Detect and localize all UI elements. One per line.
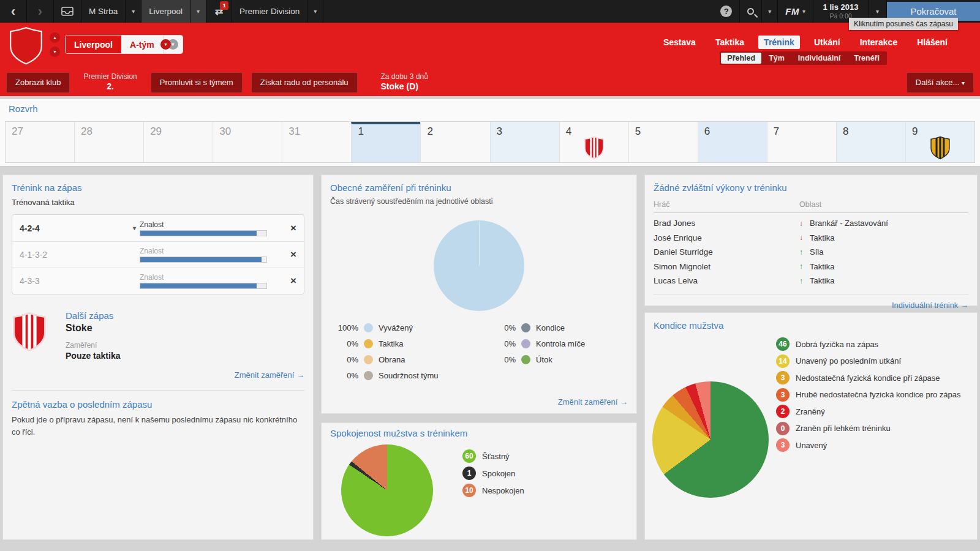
legend-item: 2Zraněný — [776, 405, 961, 418]
subtab-tym[interactable]: Tým — [763, 53, 791, 64]
change-focus-link[interactable]: Změnit zaměření → — [558, 397, 628, 407]
subtab-prehled[interactable]: Přehled — [721, 53, 761, 64]
remove-tactic-button[interactable]: × — [290, 249, 296, 261]
tactic-knowledge: Znalost — [140, 247, 267, 263]
focus-label: Zaměření — [66, 341, 120, 350]
tab-trenink[interactable]: Trénink — [758, 36, 800, 49]
tactic-name-cell[interactable]: 4-3-3 — [20, 276, 140, 286]
more-actions-button[interactable]: Další akce... ▾ — [907, 72, 974, 93]
tactic-select[interactable]: 4-2-4▾ — [20, 223, 140, 233]
club-menu-caret[interactable]: ▾ — [190, 0, 206, 23]
knowledge-label: Znalost — [140, 220, 267, 229]
tab-label: Interakce — [860, 37, 897, 47]
division-name: Premier Division — [83, 72, 137, 81]
calendar-day[interactable]: 31 — [282, 122, 351, 162]
club-label: Liverpool — [74, 40, 113, 50]
squad-up-button[interactable]: ▴ — [50, 32, 60, 43]
day-number: 3 — [497, 126, 502, 137]
performance-rows: Brad Jones↓Brankář - Zastavování José En… — [654, 216, 968, 288]
chevron-down-icon: ▾ — [314, 8, 317, 15]
news-transfers-button[interactable]: ⇄ 1 — [206, 0, 232, 23]
column-player: Hráč — [654, 200, 799, 209]
tab-interakce[interactable]: Interakce — [854, 36, 903, 49]
table-row[interactable]: Daniel Sturridge↑Síla — [654, 245, 968, 260]
tactic-row: 4-3-3 Znalost × — [12, 268, 304, 294]
legend-item: 3Nedostatečná fyzická kondice při zápase — [776, 371, 961, 384]
general-training-focus-panel: Obecné zaměření při tréninku Čas stráven… — [321, 174, 637, 414]
legend-color-dot — [521, 323, 530, 332]
table-row[interactable]: Lucas Leiva↑Taktika — [654, 274, 968, 288]
player-name: Lucas Leiva — [654, 276, 799, 285]
chevron-down-icon: ▾ — [132, 8, 135, 15]
squad-switcher-club[interactable]: Liverpool — [66, 36, 121, 53]
remove-tactic-button[interactable]: × — [290, 222, 296, 234]
table-row[interactable]: José Enrique↓Taktika — [654, 231, 968, 246]
caret-down-icon: ▾ — [53, 49, 56, 54]
more-actions-label: Další akce... — [916, 78, 960, 87]
calendar-day-away-match[interactable]: 9 — [905, 122, 974, 162]
chevron-down-icon: ▾ — [164, 42, 167, 47]
tab-taktika[interactable]: Taktika — [710, 36, 750, 49]
club-menu[interactable]: Liverpool — [141, 0, 190, 23]
chevron-down-icon: ▾ — [962, 80, 965, 86]
fm-logo: FM — [785, 6, 799, 17]
legend-color-dot — [364, 323, 373, 332]
competition-menu[interactable]: Premier Division — [232, 0, 307, 23]
player-name: Brad Jones — [654, 219, 799, 228]
search-button[interactable] — [740, 0, 762, 23]
forward-icon: › — [38, 4, 42, 20]
squad-down-button[interactable]: ▾ — [50, 47, 60, 57]
header-more-button[interactable]: ▾ — [160, 39, 171, 50]
calendar-day-stoke-match[interactable]: 4 — [559, 122, 628, 162]
change-focus-link[interactable]: Změnit zaměření → — [235, 370, 304, 380]
training-area: Síla — [810, 247, 823, 257]
tab-utkani[interactable]: Utkání — [809, 36, 846, 49]
calendar-day[interactable]: 2 — [420, 122, 489, 162]
manager-menu-caret[interactable]: ▾ — [126, 0, 141, 23]
view-club-button[interactable]: Zobrazit klub — [6, 72, 70, 93]
calendar-day[interactable]: 5 — [628, 122, 698, 162]
subtab-individualni[interactable]: Individuální — [792, 53, 846, 64]
tab-sestava[interactable]: Sestava — [658, 36, 701, 49]
remove-tactic-button[interactable]: × — [290, 275, 296, 287]
squad-switcher-team[interactable]: A-tým — [121, 36, 163, 53]
opponent-match-badge — [930, 135, 951, 160]
chevron-down-icon: ▾ — [197, 8, 200, 15]
inbox-button[interactable] — [54, 0, 81, 23]
table-row[interactable]: Simon Mignolet↑Taktika — [654, 260, 968, 274]
calendar-day[interactable]: 3 — [490, 122, 559, 162]
calendar-day[interactable]: 29 — [143, 122, 213, 162]
competition-menu-caret[interactable]: ▾ — [307, 0, 323, 23]
search-caret[interactable]: ▾ — [762, 0, 778, 23]
back-button[interactable]: ‹ — [0, 0, 27, 23]
calendar-day[interactable]: 7 — [767, 122, 836, 162]
training-performances-panel: Žádné zvláštní výkony v tréninku Hráč Ob… — [644, 174, 978, 306]
calendar-day[interactable]: 30 — [213, 122, 282, 162]
fm-menu[interactable]: FM ▾ — [778, 0, 813, 23]
staff-advice-button[interactable]: Získat radu od personálu — [251, 72, 358, 93]
training-focus-legend: 100%Vyvážený 0%Taktika 0%Obrana 0%Soudrž… — [330, 320, 628, 383]
manager-menu[interactable]: M Strba — [81, 0, 126, 23]
calendar-day[interactable]: 6 — [698, 122, 767, 162]
individual-training-link[interactable]: Individuální trénink → — [892, 301, 968, 310]
calendar-day[interactable]: 27 — [6, 122, 74, 162]
legend-column: 0%Kondice 0%Kontrola míče 0%Útok — [479, 320, 616, 383]
day-number: 28 — [81, 126, 92, 137]
tactic-name-cell[interactable]: 4-1-3-2 — [20, 250, 140, 260]
knowledge-bar-fill — [140, 257, 262, 262]
legend-label: Unavený po posledním utkání — [796, 356, 901, 365]
squad-label: A-tým — [130, 40, 154, 50]
calendar-day[interactable]: 28 — [74, 122, 143, 162]
legend-percent: 0% — [330, 339, 358, 348]
tab-hlaseni[interactable]: Hlášení — [911, 36, 953, 49]
help-button[interactable]: ? — [713, 0, 740, 23]
training-subtabs: Přehled Tým Individuální Trenéři — [720, 51, 887, 65]
tactic-knowledge: Znalost — [140, 220, 267, 236]
forward-button[interactable]: › — [27, 0, 54, 23]
table-row[interactable]: Brad Jones↓Brankář - Zastavování — [654, 216, 968, 231]
calendar-day[interactable]: 8 — [836, 122, 905, 162]
subtab-treneri[interactable]: Trenéři — [848, 53, 886, 64]
talk-to-team-button[interactable]: Promluvit si s týmem — [151, 72, 243, 93]
calendar-day-selected[interactable]: 1 — [351, 122, 420, 162]
legend-percent: 0% — [495, 339, 516, 348]
